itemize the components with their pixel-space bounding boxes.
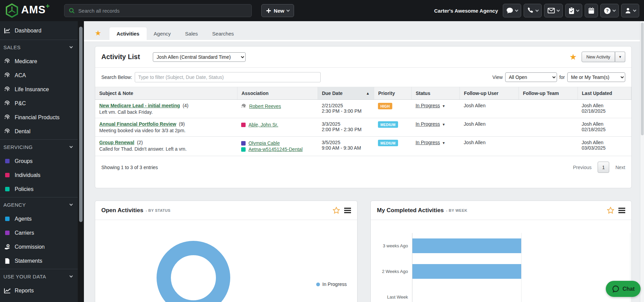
- sidebar-item-financial-products[interactable]: Financial Products: [0, 110, 78, 124]
- window-scrollbar[interactable]: [640, 21, 644, 302]
- chart-menu-icon[interactable]: [618, 208, 625, 213]
- sidebar-section-use-your-data[interactable]: USE YOUR DATA: [0, 269, 78, 284]
- chart-legend[interactable]: In Progress: [316, 282, 347, 287]
- content-scrollbar[interactable]: [78, 21, 84, 302]
- sidebar-item-groups[interactable]: Groups: [0, 154, 78, 168]
- sidebar-section-sales[interactable]: SALES: [0, 40, 78, 54]
- sidebar-section-agency[interactable]: AGENCY: [0, 197, 78, 212]
- sidebar-item-policies[interactable]: Policies: [0, 182, 78, 196]
- favorite-star-outline-icon[interactable]: [607, 207, 614, 214]
- subject-count: (9): [179, 121, 185, 127]
- tab-agency[interactable]: Agency: [147, 27, 178, 40]
- tasks-button[interactable]: [565, 4, 582, 17]
- global-search[interactable]: [64, 4, 252, 17]
- tab-activities[interactable]: Activities: [109, 27, 147, 40]
- new-activity-dropdown-button[interactable]: ▾: [615, 52, 625, 62]
- for-select[interactable]: Me or My Team(s): [567, 72, 625, 82]
- col-subject-note[interactable]: Subject & Note: [95, 87, 237, 100]
- col-last-updated[interactable]: Last Updated: [577, 87, 631, 100]
- tab-searches[interactable]: Searches: [205, 27, 241, 40]
- association-link[interactable]: Aetna-w51451245-Dental: [248, 147, 303, 152]
- help-button[interactable]: ?: [600, 4, 619, 17]
- chevron-down-icon: [515, 9, 518, 12]
- followup-user: Josh Allen: [464, 103, 486, 108]
- sidebar-item-medicare[interactable]: Medicare: [0, 54, 78, 68]
- dashboard-icon: [3, 28, 11, 34]
- commission-hand-dollar-icon: $: [3, 244, 11, 250]
- sidebar-item-aca[interactable]: ACA: [0, 68, 78, 82]
- sidebar-item-dental[interactable]: Dental: [0, 124, 78, 138]
- sidebar-section-servicing[interactable]: SERVICING: [0, 139, 78, 154]
- search-input[interactable]: [78, 8, 247, 14]
- caret-down-icon[interactable]: ▼: [442, 104, 445, 108]
- status-dropdown[interactable]: In Progress: [415, 140, 440, 145]
- association-link[interactable]: Robert Reeves: [249, 104, 281, 109]
- bar-2-weeks-ago[interactable]: [412, 264, 521, 279]
- subject-count: (2): [137, 140, 143, 145]
- sidebar-item-agents[interactable]: Agents: [0, 212, 78, 226]
- favorite-star-icon[interactable]: ★: [95, 29, 101, 37]
- col-status[interactable]: Status: [411, 87, 459, 100]
- col-followup-team[interactable]: Follow-up Team: [518, 87, 577, 100]
- sidebar-item-reports[interactable]: Reports: [0, 284, 78, 298]
- bar-3-weeks-ago[interactable]: [412, 238, 521, 253]
- col-priority[interactable]: Priority: [374, 87, 411, 100]
- favorite-star-icon[interactable]: ★: [569, 52, 577, 62]
- sidebar-item-statements[interactable]: Statements: [0, 254, 78, 268]
- timezone-select[interactable]: Josh Allen (Central Standard Time): [153, 52, 246, 62]
- status-dropdown[interactable]: In Progress: [415, 121, 440, 127]
- search-below-label: Search Below:: [101, 74, 132, 80]
- scrollbar-thumb[interactable]: [79, 27, 83, 222]
- brand-name: AMS: [21, 3, 46, 17]
- chart-title: My Completed Activities: [377, 207, 444, 214]
- filter-input[interactable]: [135, 72, 321, 82]
- subject-link[interactable]: New Medicare Lead - initial meeting: [99, 103, 180, 108]
- app-logo[interactable]: AMS +: [5, 3, 50, 18]
- sidebar-item-commission[interactable]: $ Commission: [0, 240, 78, 254]
- user-menu-button[interactable]: [621, 4, 639, 17]
- fingerprint-icon: [3, 114, 11, 120]
- svg-text:?: ?: [606, 8, 609, 13]
- sidebar-item-dashboard[interactable]: Dashboard: [0, 23, 78, 39]
- page-number-button[interactable]: 1: [598, 162, 609, 173]
- hexagon-logo-icon: [5, 3, 19, 18]
- sidebar-item-pc[interactable]: P&C: [0, 96, 78, 110]
- header-icon-buttons: ?: [503, 4, 639, 17]
- sidebar-item-individuals[interactable]: Individuals: [0, 168, 78, 182]
- chart-menu-icon[interactable]: [344, 208, 351, 213]
- donut-ring-in-progress[interactable]: [157, 241, 230, 302]
- bar-category-label: 3 weeks Ago: [372, 243, 408, 248]
- legend-dot-icon: [316, 283, 320, 286]
- col-followup-user[interactable]: Follow-up User: [460, 87, 519, 100]
- updated-by: Josh Allen: [582, 121, 627, 127]
- updated-date: 03/03/2025: [582, 145, 627, 151]
- sidebar-item-carriers[interactable]: Carriers: [0, 226, 78, 240]
- next-page-button[interactable]: Next: [615, 165, 625, 170]
- new-button[interactable]: New: [261, 4, 294, 17]
- tab-sales[interactable]: Sales: [178, 27, 205, 40]
- email-button[interactable]: [544, 4, 563, 17]
- previous-page-button[interactable]: Previous: [573, 165, 591, 170]
- favorite-star-outline-icon[interactable]: [333, 207, 340, 214]
- scrollbar-thumb[interactable]: [641, 23, 644, 135]
- subject-link[interactable]: Group Renewal: [99, 140, 134, 145]
- subject-link[interactable]: Annual Financial Portfolio Review: [99, 121, 176, 127]
- caret-down-icon[interactable]: ▼: [442, 141, 445, 145]
- association-link[interactable]: Able, John Sr.: [248, 122, 278, 127]
- col-due-date[interactable]: ▲ Due Date: [318, 87, 374, 100]
- activity-note: Called for Thad. Didn't answer. Left a v…: [99, 146, 233, 152]
- phone-button[interactable]: [524, 4, 542, 17]
- completed-activities-panel: My Completed Activities - BY WEEK 3 we: [370, 201, 632, 302]
- chat-bubble-button[interactable]: [503, 4, 521, 17]
- bar-category-label: 2 Weeks Ago: [372, 269, 408, 274]
- status-dropdown[interactable]: In Progress: [415, 103, 440, 108]
- caret-down-icon[interactable]: ▼: [442, 123, 445, 126]
- col-association[interactable]: Association: [237, 87, 318, 100]
- view-select[interactable]: All Open: [505, 72, 557, 82]
- sidebar-item-life-insurance[interactable]: Life Insurance: [0, 82, 78, 96]
- chat-widget-button[interactable]: Chat: [606, 281, 641, 297]
- new-activity-button[interactable]: New Activity: [582, 52, 615, 62]
- chevron-down-icon: [557, 9, 560, 12]
- association-link[interactable]: Olympia Cable: [248, 140, 280, 146]
- calendar-button[interactable]: [585, 4, 598, 17]
